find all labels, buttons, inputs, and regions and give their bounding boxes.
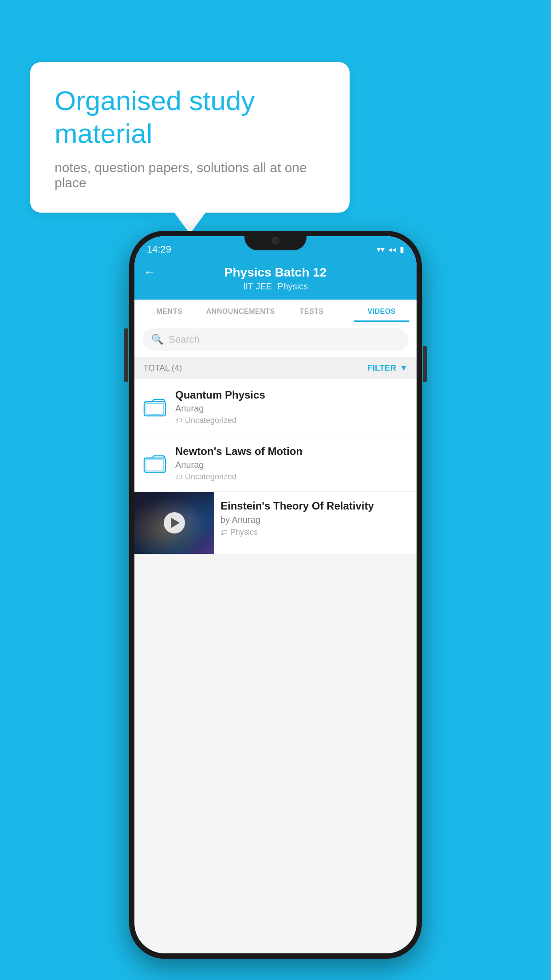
play-button[interactable] (164, 512, 185, 533)
tag-icon: 🏷 (175, 473, 182, 481)
tab-ments[interactable]: MENTS (134, 300, 205, 322)
tag-icon: 🏷 (220, 529, 228, 537)
search-icon: 🔍 (151, 334, 163, 345)
phone-screen: 14:29 ▾▾ ◂◂ ▮ ← Physics Batch 12 IIT JEE… (134, 236, 417, 953)
total-count: TOTAL (4) (143, 363, 182, 373)
item-author: Anurag (175, 403, 409, 414)
item-info: Quantum Physics Anurag 🏷 Uncategorized (175, 389, 409, 425)
video-title: Einstein's Theory Of Relativity (220, 500, 410, 512)
speech-bubble-subtitle: notes, question papers, solutions all at… (55, 160, 325, 190)
tag-label: Uncategorized (185, 416, 236, 425)
search-container: 🔍 Search (134, 322, 417, 357)
video-info: Einstein's Theory Of Relativity by Anura… (214, 492, 417, 545)
phone-notch (244, 231, 307, 250)
speech-bubble: Organised study material notes, question… (30, 62, 350, 213)
phone-container: 14:29 ▾▾ ◂◂ ▮ ← Physics Batch 12 IIT JEE… (129, 231, 422, 963)
item-tag: 🏷 Uncategorized (175, 472, 409, 482)
filter-icon: ▼ (400, 364, 408, 373)
app-header: ← Physics Batch 12 IIT JEE Physics (134, 259, 417, 300)
tab-announcements[interactable]: ANNOUNCEMENTS (205, 300, 277, 322)
play-icon (171, 518, 180, 528)
header-subtitle-physics: Physics (277, 281, 308, 292)
video-thumbnail (134, 492, 214, 554)
svg-rect-3 (146, 460, 164, 471)
signal-icon: ◂◂ (388, 245, 396, 254)
battery-icon: ▮ (400, 245, 404, 254)
filter-label: FILTER (367, 363, 396, 373)
item-author: Anurag (175, 460, 409, 470)
header-subtitle: IIT JEE Physics (243, 281, 308, 292)
search-input[interactable]: Search (169, 334, 200, 345)
folder-icon (142, 451, 167, 476)
search-bar[interactable]: 🔍 Search (142, 328, 409, 351)
tabs-container: MENTS ANNOUNCEMENTS TESTS VIDEOS (134, 300, 417, 322)
item-info: Newton's Laws of Motion Anurag 🏷 Uncateg… (175, 445, 409, 482)
filter-button[interactable]: FILTER ▼ (367, 363, 408, 373)
tab-tests[interactable]: TESTS (277, 300, 347, 322)
item-tag: 🏷 Uncategorized (175, 416, 409, 425)
header-top: ← Physics Batch 12 (143, 265, 408, 280)
svg-rect-1 (146, 403, 164, 415)
wifi-icon: ▾▾ (377, 245, 385, 254)
speech-bubble-title: Organised study material (55, 84, 325, 150)
item-title: Quantum Physics (175, 389, 409, 401)
item-title: Newton's Laws of Motion (175, 445, 409, 458)
video-item[interactable]: Einstein's Theory Of Relativity by Anura… (134, 492, 417, 554)
list-item[interactable]: Quantum Physics Anurag 🏷 Uncategorized (134, 379, 417, 435)
status-time: 14:29 (147, 244, 171, 255)
phone-outer: 14:29 ▾▾ ◂◂ ▮ ← Physics Batch 12 IIT JEE… (129, 231, 422, 959)
back-button[interactable]: ← (143, 265, 156, 280)
video-author: by Anurag (220, 515, 410, 525)
header-title: Physics Batch 12 (224, 265, 327, 280)
folder-svg (143, 395, 166, 419)
folder-svg (143, 452, 166, 475)
status-icons: ▾▾ ◂◂ ▮ (377, 245, 404, 254)
list-item[interactable]: Newton's Laws of Motion Anurag 🏷 Uncateg… (134, 435, 417, 492)
list-container: Quantum Physics Anurag 🏷 Uncategorized (134, 379, 417, 554)
camera-dot (272, 237, 279, 245)
tag-label: Physics (230, 528, 258, 537)
header-subtitle-iitjee: IIT JEE (243, 281, 272, 292)
tag-label: Uncategorized (185, 472, 236, 482)
tag-icon: 🏷 (175, 417, 182, 425)
tab-videos[interactable]: VIDEOS (346, 300, 417, 322)
folder-icon (142, 395, 167, 419)
filter-row: TOTAL (4) FILTER ▼ (134, 357, 417, 379)
video-tag: 🏷 Physics (220, 528, 410, 537)
